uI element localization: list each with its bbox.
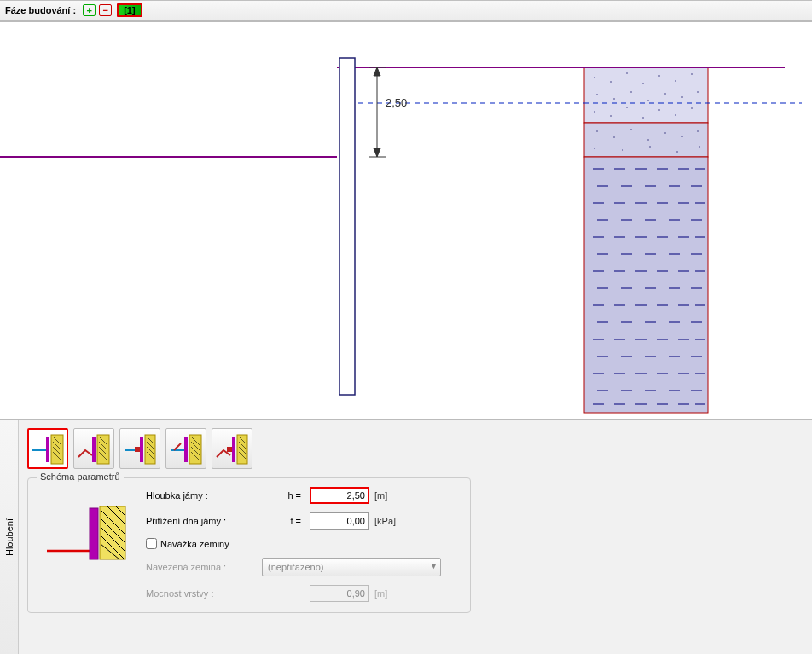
svg-point-21 — [658, 109, 660, 111]
svg-rect-150 — [184, 437, 188, 462]
surcharge-sym: f = — [262, 516, 304, 526]
depth-label: Hloubka jámy : — [146, 490, 257, 501]
group-title: Schéma parametrů — [37, 472, 124, 482]
bottom-panel: Hloubení Schéma parametrů — [0, 419, 812, 654]
schema-thumb-5[interactable] — [212, 428, 252, 469]
depth-unit: [m] — [374, 490, 405, 501]
svg-point-3 — [594, 77, 595, 78]
svg-point-29 — [682, 136, 683, 137]
svg-point-16 — [697, 91, 699, 93]
drawing-canvas: 2,50 — [0, 22, 812, 419]
svg-point-13 — [647, 100, 649, 101]
svg-point-24 — [596, 130, 598, 132]
svg-rect-122 — [339, 58, 355, 395]
depth-input[interactable] — [310, 487, 369, 504]
stage-toolbar: Fáze budování : + − [1] — [0, 0, 812, 20]
svg-rect-135 — [92, 437, 96, 462]
fill-soil-select[interactable]: (nepřiřazeno) — [262, 558, 441, 576]
svg-point-10 — [596, 94, 598, 95]
svg-point-4 — [610, 81, 612, 83]
svg-rect-129 — [46, 437, 49, 462]
fill-thk-row: Mocnost vrstvy : [m] — [146, 585, 460, 602]
svg-rect-136 — [97, 435, 109, 464]
svg-rect-151 — [189, 435, 201, 464]
schema-thumbnails — [27, 428, 803, 469]
schema-thumb-3[interactable] — [119, 428, 160, 469]
svg-rect-157 — [232, 437, 235, 462]
surcharge-unit: [kPa] — [374, 516, 405, 526]
svg-point-32 — [622, 149, 624, 151]
svg-point-6 — [642, 83, 644, 84]
schema-thumb-1[interactable] — [27, 428, 68, 469]
svg-rect-158 — [237, 435, 247, 464]
canvas-depth-label: 2,50 — [386, 96, 407, 109]
svg-point-17 — [594, 111, 595, 113]
schema-thumb-4[interactable] — [165, 428, 206, 469]
fill-checkbox[interactable] — [146, 538, 157, 549]
svg-point-34 — [676, 151, 678, 153]
remove-stage-button[interactable]: − — [99, 4, 112, 16]
svg-rect-156 — [227, 447, 232, 452]
svg-rect-130 — [51, 435, 63, 464]
svg-point-23 — [691, 107, 693, 109]
svg-point-22 — [675, 114, 676, 116]
svg-rect-0 — [584, 67, 708, 123]
svg-point-9 — [691, 73, 693, 75]
svg-point-35 — [699, 146, 700, 148]
svg-point-19 — [626, 107, 628, 108]
svg-point-12 — [630, 91, 632, 93]
svg-point-20 — [642, 117, 644, 119]
svg-rect-165 — [100, 506, 125, 559]
svg-point-14 — [664, 93, 666, 95]
fill-soil-row: Navezená zemina : (nepřiřazeno) ▼ — [146, 558, 460, 576]
svg-point-25 — [613, 136, 615, 138]
fill-checkbox-row: Navážka zeminy — [146, 538, 460, 549]
svg-point-31 — [594, 148, 595, 149]
fill-thk-input — [310, 585, 369, 602]
chevron-down-icon: ▼ — [430, 562, 438, 570]
svg-marker-127 — [374, 148, 380, 157]
depth-sym: h = — [262, 490, 304, 501]
svg-marker-126 — [374, 67, 380, 76]
fill-soil-label: Navezená zemina : — [146, 562, 257, 572]
tab-hloubeni[interactable]: Hloubení — [0, 420, 19, 654]
parameters-group: Schéma parametrů — [27, 477, 471, 613]
fill-checkbox-label: Navážka zeminy — [160, 539, 229, 549]
svg-rect-164 — [90, 508, 98, 559]
fill-thk-label: Mocnost vrstvy : — [146, 588, 257, 599]
depth-row: Hloubka jámy : h = [m] — [146, 487, 460, 504]
svg-point-11 — [613, 98, 615, 100]
svg-point-8 — [675, 80, 676, 82]
add-stage-button[interactable]: + — [83, 4, 96, 16]
svg-rect-142 — [135, 447, 140, 452]
svg-point-18 — [610, 115, 612, 117]
svg-point-27 — [647, 139, 649, 141]
svg-point-30 — [697, 130, 699, 132]
svg-point-26 — [630, 129, 632, 130]
stage-label: Fáze budování : — [5, 5, 76, 15]
svg-rect-2 — [584, 157, 708, 413]
surcharge-row: Přitížení dna jámy : f = [kPa] — [146, 512, 460, 530]
surcharge-input[interactable] — [310, 512, 369, 530]
svg-point-5 — [626, 72, 628, 74]
tab-hloubeni-label: Hloubení — [4, 513, 14, 561]
fill-thk-unit: [m] — [374, 588, 405, 599]
svg-point-15 — [682, 96, 683, 98]
stage-1-button[interactable]: [1] — [117, 3, 142, 17]
svg-rect-1 — [584, 123, 708, 157]
svg-point-28 — [664, 132, 666, 134]
svg-rect-144 — [145, 435, 155, 464]
svg-point-7 — [658, 75, 660, 77]
surcharge-label: Přitížení dna jámy : — [146, 516, 257, 526]
svg-rect-143 — [140, 437, 143, 462]
svg-point-33 — [649, 146, 651, 148]
schema-thumb-2[interactable] — [73, 428, 114, 469]
schema-preview — [38, 487, 132, 581]
